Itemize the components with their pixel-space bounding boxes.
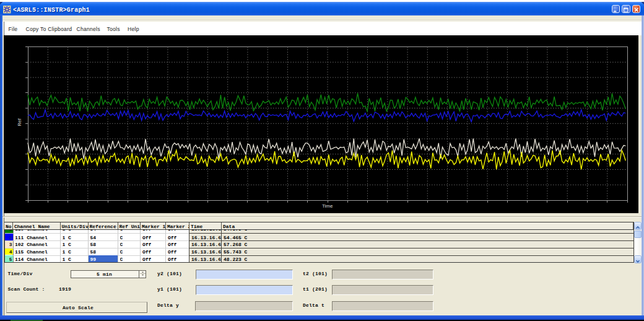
- svg-text:Ref: Ref: [17, 118, 22, 126]
- svg-text:Time: Time: [322, 203, 333, 209]
